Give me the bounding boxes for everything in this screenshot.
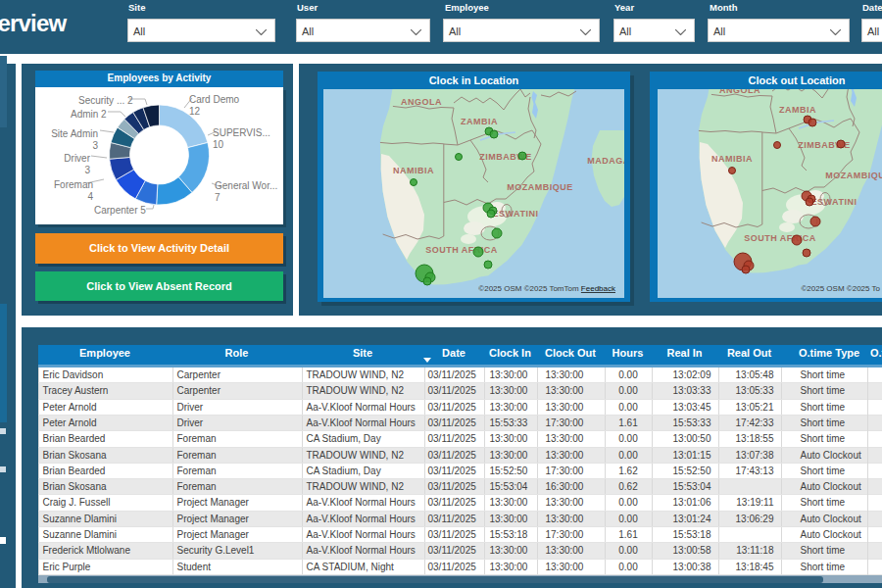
svg-text:SOUTH AFRICA: SOUTH AFRICA [744,233,816,243]
svg-text:NAMIBIA: NAMIBIA [393,166,434,175]
svg-text:ESWATINI: ESWATINI [811,197,858,207]
svg-text:ANGOLA: ANGOLA [719,89,760,95]
svg-text:ANGOLA: ANGOLA [401,97,442,107]
svg-text:©2025 OSM ©2025 TomTom Feedbac: ©2025 OSM ©2025 TomTom Feedback [478,284,616,293]
svg-text:ESWATINI: ESWATINI [493,209,539,219]
svg-text:ZAMBIA: ZAMBIA [461,117,498,126]
svg-text:©2025 OSM ©2025 To: ©2025 OSM ©2025 To [801,284,880,293]
svg-text:MOZAMBIQUE: MOZAMBIQUE [825,171,882,180]
svg-text:SOUTH AFRICA: SOUTH AFRICA [425,245,498,255]
svg-text:ZAMBIA: ZAMBIA [779,105,816,115]
svg-text:MADAGA: MADAGA [587,156,623,166]
svg-text:MOZAMBIQUE: MOZAMBIQUE [507,182,573,192]
svg-text:NAMIBIA: NAMIBIA [711,154,753,164]
